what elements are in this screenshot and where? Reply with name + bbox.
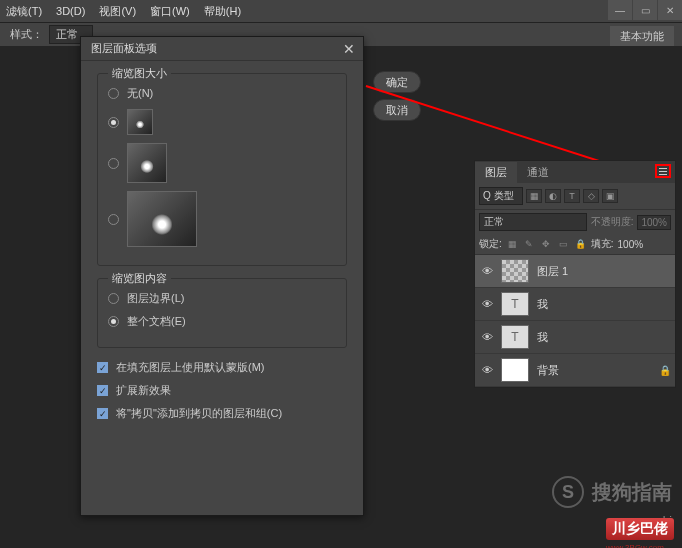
fill-value[interactable]: 100% — [618, 239, 644, 250]
menu-filter[interactable]: 滤镜(T) — [6, 4, 42, 19]
layer-item[interactable]: 👁 图层 1 — [475, 255, 675, 288]
lock-trans-icon[interactable]: ▦ — [506, 238, 519, 251]
checkbox-icon: ✓ — [97, 362, 108, 373]
filter-kind-select[interactable]: Q 类型 — [479, 187, 523, 205]
tab-layers[interactable]: 图层 — [475, 162, 517, 183]
watermark-secondary: 川乡巴佬 www.3BGw.com — [606, 518, 674, 548]
text-layer-icon: T — [501, 325, 529, 349]
dialog-close-icon[interactable]: ✕ — [343, 41, 355, 57]
menu-window[interactable]: 窗口(W) — [150, 4, 190, 19]
panel-tabs: 图层 通道 — [475, 161, 675, 183]
radio-label: 图层边界(L) — [127, 291, 184, 306]
layer-panel-options-dialog: 图层面板选项 ✕ 确定 取消 缩览图大小 无(N) 缩览图内容 — [80, 36, 364, 516]
radio-icon — [108, 158, 119, 169]
watermark-text: 搜狗指南 — [592, 479, 672, 506]
minimize-button[interactable]: — — [608, 0, 632, 20]
workspace-tab[interactable]: 基本功能 — [610, 26, 674, 47]
entire-document-option[interactable]: 整个文档(E) — [108, 314, 336, 329]
thumb-none-option[interactable]: 无(N) — [108, 86, 336, 101]
lock-all-icon[interactable]: 🔒 — [574, 238, 587, 251]
add-copy-checkbox[interactable]: ✓ 将"拷贝"添加到拷贝的图层和组(C) — [97, 406, 347, 421]
layer-name: 我 — [537, 330, 548, 345]
opacity-value[interactable]: 100% — [637, 215, 671, 230]
layer-name: 背景 — [537, 363, 559, 378]
cancel-button[interactable]: 取消 — [373, 99, 421, 121]
watermark2-url: www.3BGw.com — [606, 543, 664, 548]
layer-thumbnail — [501, 259, 529, 283]
checkbox-icon: ✓ — [97, 408, 108, 419]
panel-menu-icon[interactable] — [655, 164, 671, 178]
lock-pos-icon[interactable]: ✥ — [540, 238, 553, 251]
watermark-sogou: S 搜狗指南 — [552, 476, 672, 508]
visibility-icon[interactable]: 👁 — [479, 297, 495, 311]
radio-label: 无(N) — [127, 86, 153, 101]
layer-bounds-option[interactable]: 图层边界(L) — [108, 291, 336, 306]
layer-name: 我 — [537, 297, 548, 312]
menubar: 滤镜(T) 3D(D) 视图(V) 窗口(W) 帮助(H) — [0, 0, 682, 22]
layer-item[interactable]: 👁 T 我 — [475, 288, 675, 321]
tab-channels[interactable]: 通道 — [517, 162, 559, 183]
thumb-small-preview — [127, 109, 153, 135]
style-label: 样式： — [10, 27, 43, 42]
text-layer-icon: T — [501, 292, 529, 316]
radio-icon — [108, 293, 119, 304]
default-mask-checkbox[interactable]: ✓ 在填充图层上使用默认蒙版(M) — [97, 360, 347, 375]
maximize-button[interactable]: ▭ — [633, 0, 657, 20]
layer-item[interactable]: 👁 背景 🔒 — [475, 354, 675, 387]
layer-item[interactable]: 👁 T 我 — [475, 321, 675, 354]
layer-list: 👁 图层 1 👁 T 我 👁 T 我 👁 背景 🔒 — [475, 255, 675, 387]
filter-adjust-icon[interactable]: ◐ — [545, 189, 561, 203]
radio-icon — [108, 316, 119, 327]
ok-button[interactable]: 确定 — [373, 71, 421, 93]
layers-panel: 图层 通道 Q 类型 ▦ ◐ T ◇ ▣ 正常 不透明度: 100% 锁定: ▦… — [474, 160, 676, 388]
thumbnail-content-label: 缩览图内容 — [108, 271, 171, 286]
thumb-medium-option[interactable] — [108, 143, 336, 183]
layer-thumbnail — [501, 358, 529, 382]
thumb-large-preview — [127, 191, 197, 247]
checkbox-label: 将"拷贝"添加到拷贝的图层和组(C) — [116, 406, 282, 421]
radio-label: 整个文档(E) — [127, 314, 186, 329]
layer-filter-row: Q 类型 ▦ ◐ T ◇ ▣ — [475, 183, 675, 210]
lock-indicator-icon: 🔒 — [659, 365, 671, 376]
opacity-label: 不透明度: — [591, 215, 634, 229]
dialog-title: 图层面板选项 — [81, 37, 363, 61]
checkbox-icon: ✓ — [97, 385, 108, 396]
thumb-small-option[interactable] — [108, 109, 336, 135]
expand-effects-checkbox[interactable]: ✓ 扩展新效果 — [97, 383, 347, 398]
menu-view[interactable]: 视图(V) — [99, 4, 136, 19]
menu-help[interactable]: 帮助(H) — [204, 4, 241, 19]
visibility-icon[interactable]: 👁 — [479, 330, 495, 344]
thumb-large-option[interactable] — [108, 191, 336, 247]
filter-smart-icon[interactable]: ▣ — [602, 189, 618, 203]
filter-text-icon[interactable]: T — [564, 189, 580, 203]
layer-name: 图层 1 — [537, 264, 568, 279]
lock-paint-icon[interactable]: ✎ — [523, 238, 536, 251]
thumb-medium-preview — [127, 143, 167, 183]
window-controls: — ▭ ✕ — [607, 0, 682, 20]
visibility-icon[interactable]: 👁 — [479, 363, 495, 377]
visibility-icon[interactable]: 👁 — [479, 264, 495, 278]
menu-3d[interactable]: 3D(D) — [56, 5, 85, 17]
watermark2-text: 川乡巴佬 — [606, 518, 674, 540]
radio-icon — [108, 214, 119, 225]
checkbox-label: 扩展新效果 — [116, 383, 171, 398]
thumbnail-size-group: 缩览图大小 无(N) — [97, 73, 347, 266]
checkbox-label: 在填充图层上使用默认蒙版(M) — [116, 360, 265, 375]
filter-pixel-icon[interactable]: ▦ — [526, 189, 542, 203]
fill-label: 填充: — [591, 237, 614, 251]
blend-mode-select[interactable]: 正常 — [479, 213, 587, 231]
close-button[interactable]: ✕ — [658, 0, 682, 20]
radio-icon — [108, 117, 119, 128]
filter-shape-icon[interactable]: ◇ — [583, 189, 599, 203]
sogou-logo-icon: S — [552, 476, 584, 508]
thumbnail-size-label: 缩览图大小 — [108, 66, 171, 81]
radio-icon — [108, 88, 119, 99]
lock-label: 锁定: — [479, 237, 502, 251]
thumbnail-content-group: 缩览图内容 图层边界(L) 整个文档(E) — [97, 278, 347, 348]
lock-nest-icon[interactable]: ▭ — [557, 238, 570, 251]
